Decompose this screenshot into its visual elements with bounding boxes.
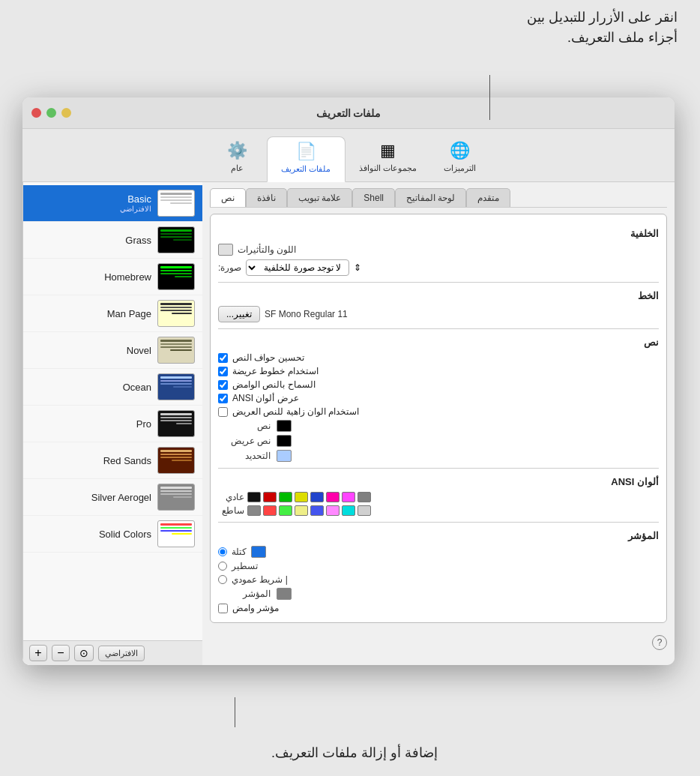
- ansi-normal-row: عادي: [218, 492, 659, 502]
- ansi-normal-label: عادي: [218, 492, 244, 502]
- toolbar-label-encodings: الترميزات: [444, 163, 476, 173]
- tab-advanced[interactable]: متقدم: [466, 188, 510, 207]
- main-window: ملفات التعريف ⚙️ عام 📄 ملفات التعريف ▦ م…: [22, 97, 675, 665]
- cursor-vertical-row: | شريط عمودي: [218, 574, 659, 585]
- tab-keyboard[interactable]: لوحة المفاتيح: [395, 188, 466, 207]
- cursor-vertical-label: | شريط عمودي: [232, 574, 288, 585]
- ansi-b5[interactable]: [279, 505, 292, 516]
- tabgroup-icon: ▦: [380, 141, 396, 160]
- ansi-b2[interactable]: [326, 505, 340, 516]
- cursor-underline-label: تسطير: [232, 561, 258, 571]
- ansi-n5[interactable]: [279, 492, 292, 502]
- cursor-color-swatch[interactable]: [251, 546, 266, 558]
- add-profile-button[interactable]: +: [29, 645, 47, 661]
- cursor-vertical-radio[interactable]: [218, 575, 227, 584]
- profile-item-manpage[interactable]: Man Page: [23, 295, 202, 332]
- tab-shell[interactable]: Shell: [352, 188, 395, 207]
- cursor-blink-checkbox[interactable]: [218, 604, 228, 613]
- profile-name-grass: Grass: [31, 235, 151, 246]
- cursor-underline-row: تسطير: [218, 561, 659, 571]
- callout-line-top: [489, 75, 490, 120]
- ansi-b3[interactable]: [310, 505, 324, 516]
- ansi-n6[interactable]: [263, 492, 277, 502]
- checkbox-bright-bold-input[interactable]: [218, 407, 228, 417]
- selection-color-swatch[interactable]: [277, 450, 292, 462]
- profile-item-pro[interactable]: Pro: [23, 406, 202, 442]
- ansi-b6[interactable]: [263, 505, 277, 516]
- ansi-b1[interactable]: [342, 505, 355, 516]
- cursor-block-radio[interactable]: [218, 547, 227, 556]
- tab-tablabel[interactable]: علامة تبويب: [287, 188, 352, 207]
- tab-text[interactable]: نص: [210, 188, 246, 207]
- change-font-button[interactable]: تغيير...: [218, 306, 260, 322]
- profile-bottom-bar: + − ⊙ الافتراضي: [23, 640, 202, 665]
- profile-item-silver[interactable]: Silver Aerogel: [23, 479, 202, 516]
- profile-item-grass[interactable]: Grass: [23, 222, 202, 259]
- ansi-n3[interactable]: [310, 492, 324, 502]
- cursor-swatch[interactable]: [277, 588, 292, 600]
- profile-item-ocean[interactable]: Ocean: [23, 369, 202, 406]
- cursor-underline-radio[interactable]: [218, 562, 227, 571]
- ansi-b7[interactable]: [247, 505, 261, 516]
- ansi-n4[interactable]: [295, 492, 308, 502]
- ansi-b4[interactable]: [295, 505, 308, 516]
- remove-profile-button[interactable]: −: [52, 645, 70, 661]
- profile-sub-basic: الافتراضي: [31, 205, 151, 213]
- profile-item-homebrew[interactable]: Homebrew: [23, 259, 202, 295]
- image-select[interactable]: لا توجد صورة للخلفية: [246, 259, 349, 276]
- toolbar-item-profiles[interactable]: 📄 ملفات التعريف: [267, 136, 345, 182]
- right-panel: Basic الافتراضي Grass: [22, 182, 202, 665]
- text-color-selection-label: التحديد: [218, 451, 271, 461]
- section-background: الخلفية: [218, 228, 659, 239]
- ansi-n2[interactable]: [326, 492, 340, 502]
- text-bold-color-swatch[interactable]: [277, 435, 292, 447]
- toolbar-item-encodings[interactable]: 🌐 الترميزات: [430, 136, 490, 181]
- close-button[interactable]: [31, 108, 41, 118]
- toolbar-item-tabgroups[interactable]: ▦ مجموعات النوافذ: [346, 136, 430, 181]
- window-controls: [31, 108, 71, 118]
- action-icon: ⊙: [79, 647, 88, 659]
- ansi-bright-colors: [247, 505, 371, 516]
- checkbox-blink-input[interactable]: [218, 380, 228, 390]
- profile-item-solid[interactable]: Solid Colors: [23, 516, 202, 553]
- checkbox-blink: السماح بالنص الوامض: [218, 379, 659, 390]
- maximize-button[interactable]: [46, 108, 56, 118]
- default-profile-button[interactable]: الافتراضي: [98, 646, 145, 661]
- profile-thumb-pro: [157, 410, 195, 437]
- checkbox-bold-input[interactable]: [218, 367, 228, 376]
- toolbar-item-general[interactable]: ⚙️ عام: [207, 136, 267, 181]
- minimize-button[interactable]: [61, 108, 71, 118]
- ansi-n1[interactable]: [342, 492, 355, 502]
- profile-item-novel[interactable]: Novel: [23, 332, 202, 369]
- tab-window[interactable]: نافذة: [246, 188, 287, 207]
- checkbox-ansi-input[interactable]: [218, 394, 228, 403]
- checkbox-antialias-input[interactable]: [218, 353, 228, 363]
- cursor-blink-row: مؤشر وامض: [218, 603, 659, 613]
- color-effects-swatch[interactable]: [218, 244, 233, 256]
- text-color-text-label: نص: [218, 421, 271, 431]
- cursor-color-row: المؤشر: [218, 588, 659, 600]
- window-title: ملفات التعريف: [316, 107, 381, 119]
- profile-thumb-silver: [157, 484, 195, 511]
- cursor-blink-label: مؤشر وامض: [232, 603, 279, 613]
- text-color-swatch[interactable]: [277, 420, 292, 432]
- checkbox-antialias-label: تحسين حواف النص: [232, 352, 304, 363]
- ansi-n7[interactable]: [247, 492, 261, 502]
- toolbar-label-general: عام: [231, 163, 244, 173]
- cursor-block-row: كتلة: [218, 546, 659, 558]
- section-text: نص: [218, 337, 659, 348]
- action-profile-button[interactable]: ⊙: [74, 645, 94, 661]
- toolbar-label-tabgroups: مجموعات النوافذ: [359, 163, 417, 173]
- ansi-bright-label: ساطع: [218, 505, 244, 516]
- callout-top: انقر على الأزرار للتبديل بين أجزاء ملف ا…: [527, 7, 678, 48]
- profile-name-ocean: Ocean: [31, 382, 151, 393]
- font-row: تغيير... SF Mono Regular 11: [218, 306, 659, 322]
- profile-thumb-grass: [157, 226, 195, 253]
- help-button[interactable]: ?: [652, 635, 667, 650]
- profile-item-redsands[interactable]: Red Sands: [23, 442, 202, 479]
- profile-item-basic[interactable]: Basic الافتراضي: [23, 185, 202, 222]
- checkbox-ansi-label: عرض ألوان ANSI: [232, 393, 299, 403]
- ansi-b0[interactable]: [357, 505, 371, 516]
- ansi-n0[interactable]: [357, 492, 371, 502]
- left-panel: نص نافذة علامة تبويب Shell لوحة المفاتيح…: [202, 182, 675, 665]
